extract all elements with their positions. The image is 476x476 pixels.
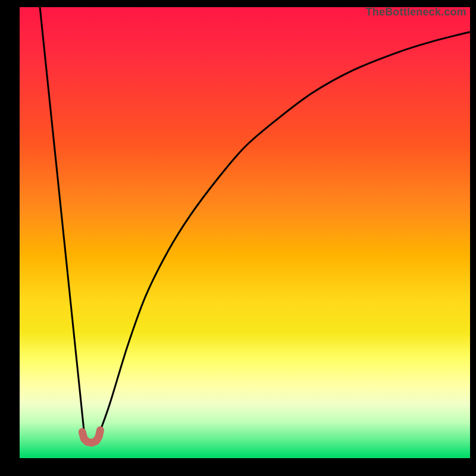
curve-right-ascent xyxy=(98,32,470,436)
chart-container: TheBottleneck.com xyxy=(0,0,476,476)
curve-left-descent xyxy=(40,7,85,440)
minimum-marker xyxy=(82,430,100,443)
plot-area: TheBottleneck.com xyxy=(20,7,470,458)
chart-curves xyxy=(20,7,470,458)
